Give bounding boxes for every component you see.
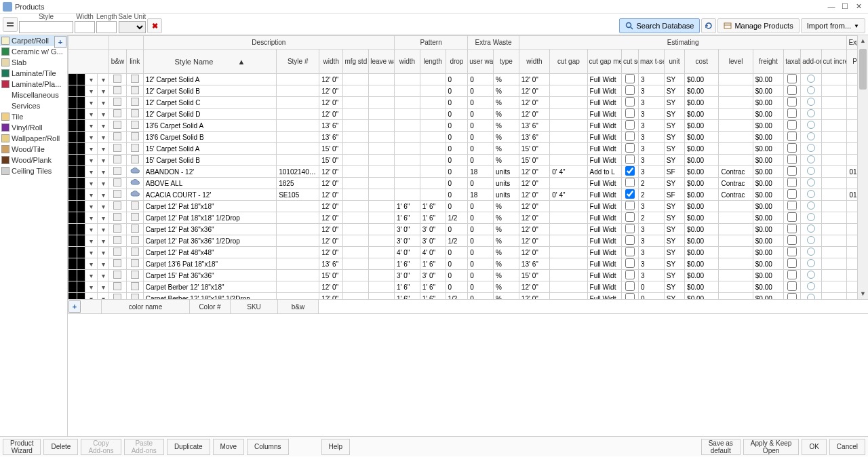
- cell-mfg-length[interactable]: [343, 293, 369, 300]
- row-color-swatch[interactable]: [68, 270, 77, 281]
- cell-pattern-length[interactable]: 1' 6": [420, 258, 446, 270]
- cell-style-no[interactable]: [277, 224, 319, 235]
- cell-cost[interactable]: $0.00: [685, 155, 719, 166]
- sale-unit-select[interactable]: [119, 21, 146, 33]
- search-database-button[interactable]: Search Database: [619, 18, 700, 33]
- cell-user-waste[interactable]: 0: [468, 281, 494, 293]
- cell-style-name[interactable]: Carpet 13'6 Pat 18"x18": [143, 258, 276, 270]
- cell-drop[interactable]: 0: [446, 132, 468, 143]
- col-mfg-std-length[interactable]: mfg std length: [343, 50, 369, 74]
- cell-mfg-length[interactable]: [343, 201, 369, 212]
- cell-pattern-length[interactable]: 4' 0": [420, 247, 446, 258]
- cell-cut-sq[interactable]: [621, 85, 638, 97]
- layout-toggle-button[interactable]: [3, 17, 18, 32]
- link-icon[interactable]: [126, 97, 143, 109]
- cell-cut-increment[interactable]: [821, 258, 847, 270]
- cell-pattern-width[interactable]: 1' 6": [394, 258, 420, 270]
- cell-style-no[interactable]: [277, 258, 319, 270]
- bw-icon[interactable]: [109, 85, 126, 97]
- cell-max-tseams[interactable]: 3: [639, 201, 665, 212]
- cell-unit[interactable]: SF: [664, 189, 684, 201]
- addons-refresh-icon[interactable]: [807, 282, 815, 290]
- row-dropdown-2[interactable]: ▾: [97, 189, 109, 201]
- col-cost[interactable]: cost: [685, 50, 719, 74]
- row-color-swatch[interactable]: [68, 247, 77, 258]
- row-color-swatch[interactable]: [68, 189, 77, 201]
- category-item[interactable]: Laminate/Pla...: [0, 79, 67, 90]
- bw-icon[interactable]: [109, 74, 126, 85]
- row-color-swatch-2[interactable]: [77, 293, 85, 300]
- row-color-swatch[interactable]: [68, 258, 77, 270]
- cell-cost[interactable]: $0.00: [685, 293, 719, 300]
- addons-refresh-icon[interactable]: [807, 98, 815, 106]
- col-e-width[interactable]: width: [519, 50, 549, 74]
- addons-refresh-icon[interactable]: [807, 75, 815, 83]
- cell-cut-gap-method[interactable]: Full Widt: [587, 74, 621, 85]
- category-item[interactable]: Ceiling Tiles: [0, 165, 67, 176]
- cell-drop[interactable]: 0: [446, 189, 468, 201]
- cell-drop[interactable]: 0: [446, 97, 468, 109]
- cell-drop[interactable]: 1/2: [446, 235, 468, 247]
- table-row[interactable]: ▾▾13'6 Carpet Solid A13' 6"00%13' 6"Full…: [68, 120, 868, 132]
- row-dropdown-2[interactable]: ▾: [97, 74, 109, 85]
- cell-max-tseams[interactable]: 0: [639, 293, 665, 300]
- cell-mfg-length[interactable]: [343, 120, 369, 132]
- cell-est-width[interactable]: 12' 0": [519, 74, 549, 85]
- row-color-swatch[interactable]: [68, 224, 77, 235]
- cell-user-waste[interactable]: 0: [468, 224, 494, 235]
- cell-width[interactable]: 15' 0": [319, 155, 343, 166]
- category-item[interactable]: Miscellaneous: [0, 90, 67, 100]
- cell-pattern-width[interactable]: [394, 143, 420, 155]
- hdr-description[interactable]: Description: [143, 36, 394, 50]
- cell-cut-gap-method[interactable]: Full Widt: [587, 212, 621, 224]
- row-color-swatch-2[interactable]: [77, 132, 85, 143]
- col-max-tseams[interactable]: max t-seams: [639, 50, 665, 74]
- cell-cut-gap[interactable]: [550, 109, 587, 120]
- cell-type[interactable]: %: [494, 74, 519, 85]
- cell-cut-gap-method[interactable]: Add to L: [587, 166, 621, 178]
- import-from-button[interactable]: Import from... ▼: [801, 18, 865, 33]
- cell-mfg-length[interactable]: [343, 166, 369, 178]
- columns-button[interactable]: Columns: [247, 439, 288, 455]
- cell-user-waste[interactable]: 0: [468, 258, 494, 270]
- style-input[interactable]: [19, 21, 73, 33]
- table-row[interactable]: ▾▾15' Carpet Solid A15' 0"00%15' 0"Full …: [68, 143, 868, 155]
- cell-cut-increment[interactable]: [821, 224, 847, 235]
- row-color-swatch-2[interactable]: [77, 109, 85, 120]
- cell-taxable[interactable]: [784, 178, 801, 189]
- cell-max-tseams[interactable]: 3: [639, 120, 665, 132]
- cell-pattern-length[interactable]: 1' 6": [420, 281, 446, 293]
- cell-user-waste[interactable]: 0: [468, 97, 494, 109]
- cell-cut-gap-method[interactable]: Full Widt: [587, 178, 621, 189]
- cell-cost[interactable]: $0.00: [685, 120, 719, 132]
- cell-cut-gap-method[interactable]: Full Widt: [587, 189, 621, 201]
- cell-style-name[interactable]: 15' Carpet Solid B: [143, 155, 276, 166]
- cell-unit[interactable]: SY: [664, 155, 684, 166]
- category-item[interactable]: Vinyl/Roll: [0, 122, 67, 133]
- link-icon[interactable]: [126, 212, 143, 224]
- row-dropdown-2[interactable]: ▾: [97, 235, 109, 247]
- addons-refresh-icon[interactable]: [807, 224, 815, 233]
- cell-cut-gap[interactable]: [550, 235, 587, 247]
- scroll-thumb[interactable]: [859, 49, 867, 90]
- cell-leave-waste[interactable]: [369, 178, 395, 189]
- cell-est-width[interactable]: 12' 0": [519, 166, 549, 178]
- grid-scrollbar[interactable]: ▲ ▼: [857, 35, 868, 299]
- cell-taxable[interactable]: [784, 281, 801, 293]
- cell-taxable[interactable]: [784, 224, 801, 235]
- cell-max-tseams[interactable]: 3: [639, 247, 665, 258]
- link-icon[interactable]: [126, 178, 143, 189]
- cell-cut-sq[interactable]: [621, 224, 638, 235]
- bw-icon[interactable]: [109, 212, 126, 224]
- cell-addons[interactable]: [801, 132, 821, 143]
- cell-drop[interactable]: 0: [446, 120, 468, 132]
- cell-unit[interactable]: SY: [664, 178, 684, 189]
- cell-cut-gap[interactable]: [550, 178, 587, 189]
- cell-drop[interactable]: 0: [446, 74, 468, 85]
- cell-type[interactable]: units: [494, 178, 519, 189]
- cell-mfg-length[interactable]: [343, 212, 369, 224]
- cell-freight[interactable]: $0.00: [753, 293, 783, 300]
- cut-sq-checkbox[interactable]: [625, 281, 635, 291]
- cell-width[interactable]: 12' 0": [319, 74, 343, 85]
- row-dropdown-2[interactable]: ▾: [97, 143, 109, 155]
